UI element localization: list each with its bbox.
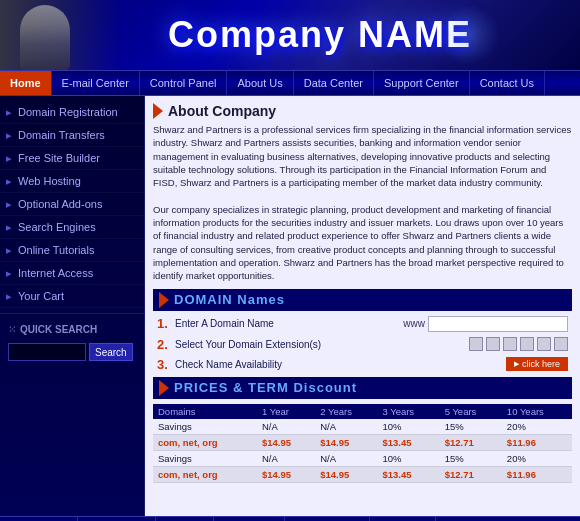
footer-nav-support[interactable]: Support Center bbox=[285, 517, 370, 521]
content-area: About Company Shwarz and Partners is a p… bbox=[145, 96, 580, 516]
domain-row-1-label: Enter A Domain Name bbox=[175, 318, 403, 329]
prices-cell-1-0: com, net, org bbox=[153, 434, 257, 450]
prices-cell-1-2: $14.95 bbox=[315, 434, 377, 450]
domain-row-3: 3. Check Name Availability click here bbox=[153, 357, 572, 372]
about-paragraph-2: Our company specializes in strategic pla… bbox=[153, 204, 564, 281]
col-header-2yr: 2 Years bbox=[315, 404, 377, 419]
prices-cell-3-3: $13.45 bbox=[377, 466, 439, 482]
prices-title-highlight: PRICES & TERM bbox=[174, 380, 289, 395]
prices-cell-3-2: $14.95 bbox=[315, 466, 377, 482]
sidebar-item-online-tutorials[interactable]: Online Tutorials bbox=[0, 239, 144, 262]
prices-cell-0-5: 20% bbox=[502, 419, 572, 435]
prices-section-title: PRICES & TERM Discount bbox=[174, 380, 357, 395]
prices-cell-3-0: com, net, org bbox=[153, 466, 257, 482]
sidebar-item-domain-registration[interactable]: Domain Registration bbox=[0, 101, 144, 124]
about-section-arrow bbox=[153, 103, 163, 119]
sidebar-item-web-hosting[interactable]: Web Hosting bbox=[0, 170, 144, 193]
page-header: Company NAME bbox=[0, 0, 580, 70]
domain-checkboxes bbox=[469, 337, 568, 351]
domain-checkbox-2[interactable] bbox=[486, 337, 500, 351]
domain-checkbox-3[interactable] bbox=[503, 337, 517, 351]
col-header-3yr: 3 Years bbox=[377, 404, 439, 419]
prices-section-header: PRICES & TERM Discount bbox=[153, 377, 572, 399]
footer-nav-contact[interactable]: Contact Us bbox=[370, 517, 436, 521]
prices-cell-0-2: N/A bbox=[315, 419, 377, 435]
prices-table: Domains 1 Year 2 Years 3 Years 5 Years 1… bbox=[153, 404, 572, 483]
domain-row-1-num: 1. bbox=[157, 316, 171, 331]
footer-nav: E-mail Center Control Panel About Us Dat… bbox=[0, 516, 580, 521]
domain-section-arrow bbox=[159, 292, 169, 308]
quick-search-label: QUICK SEARCH bbox=[0, 319, 144, 340]
domain-row-1: 1. Enter A Domain Name www bbox=[153, 316, 572, 332]
sidebar-divider bbox=[0, 313, 144, 314]
prices-cell-1-5: $11.96 bbox=[502, 434, 572, 450]
main-layout: Domain Registration Domain Transfers Fre… bbox=[0, 96, 580, 516]
footer-nav-control-panel[interactable]: Control Panel bbox=[78, 517, 156, 521]
nav-item-support[interactable]: Support Center bbox=[374, 71, 470, 95]
prices-cell-1-4: $12.71 bbox=[440, 434, 502, 450]
col-header-5yr: 5 Years bbox=[440, 404, 502, 419]
prices-cell-3-4: $12.71 bbox=[440, 466, 502, 482]
footer-nav-about-us[interactable]: About Us bbox=[156, 517, 214, 521]
sidebar-item-optional-add-ons[interactable]: Optional Add-ons bbox=[0, 193, 144, 216]
prices-cell-0-3: 10% bbox=[377, 419, 439, 435]
nav-item-email[interactable]: E-mail Center bbox=[52, 71, 140, 95]
prices-table-body: SavingsN/AN/A10%15%20%com, net, org$14.9… bbox=[153, 419, 572, 483]
prices-cell-3-5: $11.96 bbox=[502, 466, 572, 482]
sidebar-item-free-site-builder[interactable]: Free Site Builder bbox=[0, 147, 144, 170]
nav-item-contact[interactable]: Contact Us bbox=[470, 71, 545, 95]
domain-section-title: DOMAIN Names bbox=[174, 292, 285, 307]
prices-cell-2-4: 15% bbox=[440, 450, 502, 466]
col-header-1yr: 1 Year bbox=[257, 404, 315, 419]
prices-cell-2-3: 10% bbox=[377, 450, 439, 466]
col-header-domains: Domains bbox=[153, 404, 257, 419]
prices-cell-0-0: Savings bbox=[153, 419, 257, 435]
search-button[interactable]: Search bbox=[89, 343, 133, 361]
domain-checkbox-1[interactable] bbox=[469, 337, 483, 351]
prices-cell-2-5: 20% bbox=[502, 450, 572, 466]
domain-name-input[interactable] bbox=[428, 316, 568, 332]
prices-cell-3-1: $14.95 bbox=[257, 466, 315, 482]
domain-row-2-label: Select Your Domain Extension(s) bbox=[175, 339, 469, 350]
sidebar: Domain Registration Domain Transfers Fre… bbox=[0, 96, 145, 516]
prices-cell-2-0: Savings bbox=[153, 450, 257, 466]
header-person-image bbox=[0, 0, 120, 70]
company-name: Company NAME bbox=[168, 14, 472, 56]
domain-title-highlight: DOMAIN bbox=[174, 292, 233, 307]
search-input[interactable] bbox=[8, 343, 86, 361]
domain-checkbox-6[interactable] bbox=[554, 337, 568, 351]
prices-cell-1-1: $14.95 bbox=[257, 434, 315, 450]
www-label: www bbox=[403, 318, 425, 329]
prices-cell-0-4: 15% bbox=[440, 419, 502, 435]
about-section-title: About Company bbox=[168, 103, 276, 119]
sidebar-item-domain-transfers[interactable]: Domain Transfers bbox=[0, 124, 144, 147]
about-paragraph-1: Shwarz and Partners is a professional se… bbox=[153, 124, 571, 188]
prices-cell-1-3: $13.45 bbox=[377, 434, 439, 450]
domain-title-rest: Names bbox=[237, 292, 285, 307]
footer-nav-email[interactable]: E-mail Center bbox=[0, 517, 78, 521]
prices-section-arrow bbox=[159, 380, 169, 396]
sidebar-item-search-engines[interactable]: Search Engines bbox=[0, 216, 144, 239]
search-area: Search bbox=[0, 340, 144, 364]
footer-nav-data-center[interactable]: Data Center bbox=[214, 517, 285, 521]
col-header-10yr: 10 Years bbox=[502, 404, 572, 419]
domain-row-2-num: 2. bbox=[157, 337, 171, 352]
prices-cell-2-2: N/A bbox=[315, 450, 377, 466]
domain-row-3-num: 3. bbox=[157, 357, 171, 372]
domain-row-3-label: Check Name Availability bbox=[175, 359, 506, 370]
sidebar-item-internet-access[interactable]: Internet Access bbox=[0, 262, 144, 285]
sidebar-item-your-cart[interactable]: Your Cart bbox=[0, 285, 144, 308]
domain-checkbox-5[interactable] bbox=[537, 337, 551, 351]
domain-section-header: DOMAIN Names bbox=[153, 289, 572, 311]
about-text: Shwarz and Partners is a professional se… bbox=[153, 123, 572, 283]
prices-cell-0-1: N/A bbox=[257, 419, 315, 435]
nav-item-control-panel[interactable]: Control Panel bbox=[140, 71, 228, 95]
domain-checkbox-4[interactable] bbox=[520, 337, 534, 351]
prices-cell-2-1: N/A bbox=[257, 450, 315, 466]
top-nav: Home E-mail Center Control Panel About U… bbox=[0, 70, 580, 96]
nav-item-home[interactable]: Home bbox=[0, 71, 52, 95]
click-here-button[interactable]: click here bbox=[506, 357, 568, 371]
prices-title-rest: Discount bbox=[293, 380, 357, 395]
nav-item-about-us[interactable]: About Us bbox=[227, 71, 293, 95]
nav-item-data-center[interactable]: Data Center bbox=[294, 71, 374, 95]
